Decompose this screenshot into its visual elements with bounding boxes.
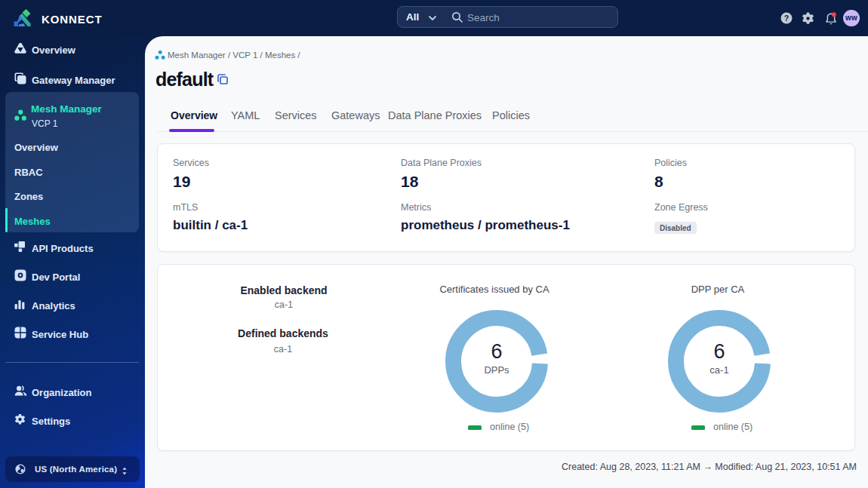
svg-text:?: ? bbox=[784, 14, 789, 23]
